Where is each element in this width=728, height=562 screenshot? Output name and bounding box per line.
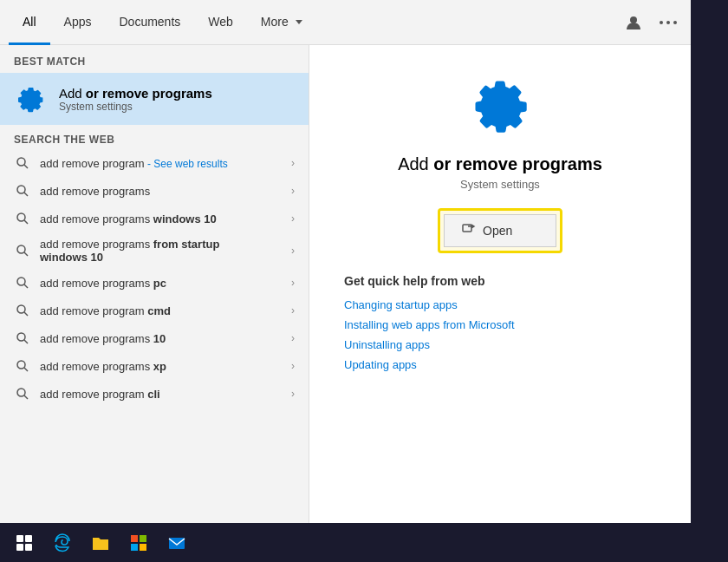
tab-actions bbox=[620, 9, 682, 36]
edge-icon bbox=[53, 533, 72, 552]
tab-web[interactable]: Web bbox=[194, 1, 247, 45]
svg-rect-28 bbox=[25, 544, 32, 551]
suggestion-item[interactable]: add remove program - See web results › bbox=[0, 149, 309, 177]
svg-point-18 bbox=[17, 361, 25, 369]
svg-point-12 bbox=[17, 278, 25, 285]
taskbar-apps-icon bbox=[16, 534, 33, 552]
svg-line-19 bbox=[24, 368, 28, 371]
right-panel: Add or remove programs System settings O… bbox=[309, 45, 691, 562]
file-explorer-icon bbox=[91, 533, 110, 552]
search-icon bbox=[14, 302, 31, 319]
chevron-right-icon: › bbox=[291, 277, 295, 289]
mail-button[interactable] bbox=[159, 526, 194, 560]
search-icon bbox=[14, 357, 31, 375]
tab-more[interactable]: More bbox=[247, 1, 316, 45]
chevron-right-icon: › bbox=[291, 185, 295, 197]
quick-help-link-2[interactable]: Installing web apps from Microsoft bbox=[344, 318, 515, 331]
quick-help-link-3[interactable]: Uninstalling apps bbox=[344, 338, 515, 351]
suggestion-text: add remove programs 10 bbox=[40, 332, 283, 345]
svg-rect-24 bbox=[463, 225, 471, 232]
app-gear-icon bbox=[465, 71, 535, 140]
suggestion-item[interactable]: add remove program cmd › bbox=[0, 297, 309, 324]
more-options-button[interactable] bbox=[654, 9, 682, 36]
tab-apps[interactable]: Apps bbox=[50, 1, 106, 45]
svg-line-7 bbox=[24, 193, 28, 196]
edge-browser-button[interactable] bbox=[45, 526, 80, 560]
chevron-down-icon bbox=[296, 20, 302, 24]
open-icon bbox=[462, 222, 476, 239]
best-match-label: Best match bbox=[0, 45, 309, 73]
gear-icon bbox=[14, 82, 49, 116]
svg-point-6 bbox=[17, 186, 25, 193]
store-icon bbox=[129, 533, 148, 552]
tab-bar: All Apps Documents Web More bbox=[0, 0, 691, 45]
svg-point-10 bbox=[17, 245, 25, 253]
chevron-right-icon: › bbox=[291, 332, 295, 344]
chevron-right-icon: › bbox=[291, 157, 295, 169]
taskbar-apps-button[interactable] bbox=[7, 526, 42, 560]
user-icon-button[interactable] bbox=[620, 9, 647, 36]
left-panel: Best match Add or remove programs System… bbox=[0, 45, 309, 562]
svg-point-20 bbox=[17, 389, 25, 396]
svg-rect-32 bbox=[140, 544, 146, 551]
svg-line-5 bbox=[24, 165, 28, 168]
svg-point-3 bbox=[673, 21, 677, 24]
svg-point-14 bbox=[17, 305, 25, 313]
app-icon bbox=[465, 71, 535, 140]
user-icon bbox=[625, 14, 642, 31]
quick-help-link-4[interactable]: Updating apps bbox=[344, 358, 515, 371]
svg-point-4 bbox=[17, 158, 25, 166]
tab-all[interactable]: All bbox=[9, 1, 50, 45]
svg-point-2 bbox=[666, 21, 670, 24]
suggestion-text: add remove program cli bbox=[40, 388, 283, 401]
search-icon bbox=[14, 274, 31, 291]
suggestion-text: add remove programs bbox=[40, 185, 283, 198]
suggestion-item[interactable]: add remove program cli › bbox=[0, 380, 309, 408]
open-button[interactable]: Open bbox=[444, 214, 556, 247]
svg-line-13 bbox=[24, 284, 28, 288]
open-button-wrapper: Open bbox=[438, 208, 562, 253]
quick-help-link-1[interactable]: Changing startup apps bbox=[344, 298, 515, 311]
search-icon bbox=[14, 154, 31, 172]
svg-rect-27 bbox=[16, 544, 23, 551]
best-match-subtitle: System settings bbox=[59, 101, 212, 113]
app-subtitle: System settings bbox=[460, 178, 540, 191]
svg-line-17 bbox=[24, 340, 28, 343]
suggestion-item[interactable]: add remove programs xp › bbox=[0, 352, 309, 380]
svg-point-16 bbox=[17, 333, 25, 341]
suggestion-text: add remove program - See web results bbox=[40, 157, 283, 170]
search-panel: All Apps Documents Web More bbox=[0, 0, 691, 562]
tab-documents[interactable]: Documents bbox=[105, 1, 194, 45]
suggestion-item[interactable]: add remove programs › bbox=[0, 177, 309, 205]
svg-rect-26 bbox=[25, 535, 32, 542]
best-match-item[interactable]: Add or remove programs System settings bbox=[0, 73, 309, 125]
chevron-right-icon: › bbox=[291, 304, 295, 317]
taskbar bbox=[0, 523, 728, 562]
suggestion-item[interactable]: add remove programs pc › bbox=[0, 269, 309, 297]
suggestion-item[interactable]: add remove programs from startupwindows … bbox=[0, 232, 309, 269]
suggestion-item[interactable]: add remove programs windows 10 › bbox=[0, 205, 309, 232]
suggestion-text: add remove program cmd bbox=[40, 304, 283, 317]
suggestion-text: add remove programs pc bbox=[40, 277, 283, 290]
best-match-text: Add or remove programs System settings bbox=[59, 86, 212, 113]
search-icon bbox=[14, 330, 31, 347]
mail-icon bbox=[167, 533, 186, 552]
file-explorer-button[interactable] bbox=[83, 526, 118, 560]
svg-line-11 bbox=[24, 252, 28, 256]
app-title: Add or remove programs bbox=[398, 154, 602, 174]
svg-point-0 bbox=[630, 16, 637, 23]
suggestion-text: add remove programs windows 10 bbox=[40, 212, 283, 225]
search-icon bbox=[14, 385, 31, 402]
suggestion-item[interactable]: add remove programs 10 › bbox=[0, 324, 309, 352]
svg-line-15 bbox=[24, 312, 28, 316]
suggestion-text: add remove programs from startupwindows … bbox=[40, 238, 283, 264]
chevron-right-icon: › bbox=[291, 388, 295, 400]
svg-rect-33 bbox=[169, 538, 185, 549]
search-web-label: Search the web bbox=[0, 125, 309, 149]
store-button[interactable] bbox=[121, 526, 156, 560]
svg-rect-25 bbox=[16, 535, 23, 542]
content-area: Best match Add or remove programs System… bbox=[0, 45, 691, 562]
svg-line-9 bbox=[24, 220, 28, 224]
svg-line-21 bbox=[24, 395, 28, 399]
search-icon bbox=[14, 210, 31, 227]
